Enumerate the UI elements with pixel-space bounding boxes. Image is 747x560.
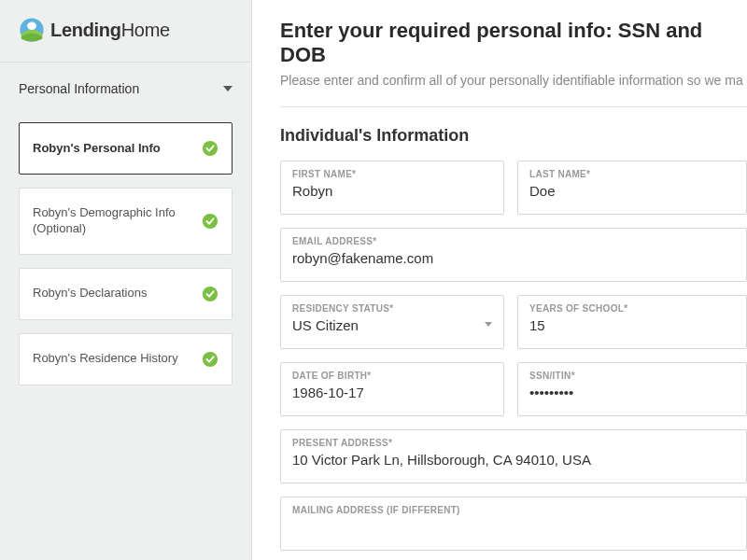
field-label: EMAIL ADDRESS* <box>292 236 735 246</box>
field-label: PRESENT ADDRESS* <box>292 438 735 448</box>
chevron-down-icon <box>223 86 233 91</box>
dob-input[interactable] <box>292 385 492 400</box>
ssn-input[interactable] <box>529 385 735 400</box>
field-label: LAST NAME* <box>529 169 735 179</box>
residency-field[interactable]: RESIDENCY STATUS* US Citizen <box>280 295 504 349</box>
last-name-field[interactable]: LAST NAME* <box>517 161 747 215</box>
svg-point-2 <box>203 141 218 156</box>
mailing-address-field[interactable]: MAILING ADDRESS (IF DIFFERENT) <box>280 497 747 551</box>
sidebar-section-title: Personal Information <box>19 81 139 96</box>
sidebar-item-label: Robyn's Personal Info <box>33 141 170 157</box>
sidebar-nav-list: Robyn's Personal Info Robyn's Demographi… <box>0 115 251 406</box>
field-label: RESIDENCY STATUS* <box>292 303 492 314</box>
sidebar-item-residence-history[interactable]: Robyn's Residence History <box>19 333 233 385</box>
page-subtitle: Please enter and confirm all of your per… <box>280 73 747 88</box>
logo-text: LendingHome <box>50 20 170 41</box>
sidebar-item-demographic-info[interactable]: Robyn's Demographic Info (Optional) <box>19 188 233 255</box>
dob-field[interactable]: DATE OF BIRTH* <box>280 362 504 416</box>
email-field[interactable]: EMAIL ADDRESS* <box>280 228 747 282</box>
lending-home-logo-icon <box>19 17 45 43</box>
chevron-down-icon <box>485 322 492 327</box>
years-school-input[interactable] <box>529 317 735 333</box>
ssn-field[interactable]: SSN/ITIN* <box>517 362 747 416</box>
first-name-field[interactable]: FIRST NAME* <box>280 161 504 215</box>
check-circle-icon <box>202 351 218 368</box>
email-input[interactable] <box>292 250 735 266</box>
sidebar-section-header[interactable]: Personal Information <box>0 63 251 115</box>
main-content: Enter your required personal info: SSN a… <box>252 0 747 560</box>
svg-point-5 <box>203 352 218 367</box>
first-name-input[interactable] <box>292 183 492 199</box>
last-name-input[interactable] <box>529 183 735 199</box>
divider <box>280 106 747 107</box>
svg-point-3 <box>203 214 218 229</box>
form-section-title: Individual's Information <box>280 126 747 146</box>
present-address-field[interactable]: PRESENT ADDRESS* <box>280 429 747 483</box>
present-address-input[interactable] <box>292 452 735 468</box>
years-school-field[interactable]: YEARS OF SCHOOL* <box>517 295 747 349</box>
field-label: MAILING ADDRESS (IF DIFFERENT) <box>292 505 735 515</box>
field-label: DATE OF BIRTH* <box>292 371 492 381</box>
residency-select[interactable]: US Citizen <box>292 317 492 333</box>
check-circle-icon <box>202 286 218 302</box>
svg-point-1 <box>27 22 36 30</box>
field-label: FIRST NAME* <box>292 169 492 179</box>
sidebar-item-label: Robyn's Residence History <box>33 351 188 367</box>
field-label: YEARS OF SCHOOL* <box>529 303 735 314</box>
field-label: SSN/ITIN* <box>529 371 735 381</box>
sidebar-item-label: Robyn's Declarations <box>33 286 156 301</box>
check-circle-icon <box>202 213 218 230</box>
sidebar-item-label: Robyn's Demographic Info (Optional) <box>33 205 202 237</box>
logo[interactable]: LendingHome <box>0 0 251 63</box>
svg-point-4 <box>203 287 218 301</box>
sidebar-item-declarations[interactable]: Robyn's Declarations <box>19 268 233 320</box>
sidebar: LendingHome Personal Information Robyn's… <box>0 0 252 560</box>
sidebar-item-personal-info[interactable]: Robyn's Personal Info <box>19 122 233 175</box>
check-circle-icon <box>202 140 218 157</box>
mailing-address-input[interactable] <box>292 519 735 535</box>
page-title: Enter your required personal info: SSN a… <box>280 19 747 67</box>
